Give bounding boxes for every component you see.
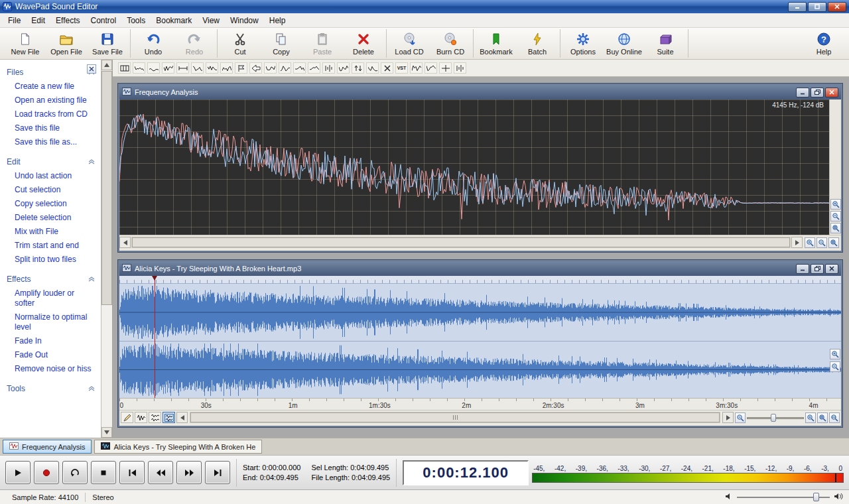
menu-item-window[interactable]: Window — [225, 14, 264, 27]
burn-cd-button[interactable]: Burn CD — [430, 29, 471, 58]
scrollbar-thumb[interactable] — [101, 71, 112, 305]
go-to-start-button[interactable] — [119, 461, 145, 484]
scroll-down-icon[interactable] — [101, 427, 112, 438]
scroll-left-icon[interactable] — [176, 412, 188, 423]
sidebar-item-mix-with-file[interactable]: Mix with File — [0, 225, 99, 239]
sidebar-item-amplify-louder-or-softer[interactable]: Amplify louder or softer — [0, 286, 99, 310]
zoom-slider[interactable] — [747, 413, 804, 422]
help-button[interactable]: ? Help — [803, 29, 844, 58]
wave-tool-icon[interactable] — [366, 62, 379, 74]
speaker-loud-icon[interactable] — [834, 493, 844, 501]
collapse-chevron-icon[interactable] — [88, 384, 95, 393]
wave-tool-icon[interactable] — [439, 62, 452, 74]
zoom-in-icon[interactable] — [830, 199, 841, 210]
wave-tool-icon[interactable] — [279, 62, 291, 74]
wave-tool-icon[interactable] — [454, 62, 466, 74]
stop-button[interactable] — [91, 461, 116, 484]
zoom-out-icon[interactable] — [816, 237, 827, 248]
menu-item-file[interactable]: File — [3, 14, 26, 27]
scroll-up-icon[interactable] — [101, 60, 112, 70]
sidebar-item-remove-noise-or-hiss[interactable]: Remove noise or hiss — [0, 362, 99, 376]
wave-tool-icon[interactable] — [206, 62, 218, 74]
wave-tool-icon[interactable] — [424, 62, 437, 74]
zoom-out-icon[interactable] — [830, 361, 840, 372]
waveform-ruler[interactable] — [119, 276, 841, 284]
child-minimize-button[interactable] — [796, 264, 809, 274]
sidebar-item-open-an-existing-file[interactable]: Open an existing file — [0, 94, 99, 107]
tab-alicia-keys-file[interactable]: Alicia Keys - Try Sleeping With A Broken… — [94, 440, 262, 454]
save-file-button[interactable]: Save File — [87, 29, 128, 58]
sidebar-section-effects[interactable]: Effects — [0, 267, 112, 286]
scrollbar-thumb[interactable] — [190, 412, 720, 422]
zoom-full-icon[interactable] — [828, 237, 839, 248]
menu-item-help[interactable]: Help — [264, 14, 291, 27]
collapse-chevron-icon[interactable] — [88, 275, 95, 284]
undo-button[interactable]: Undo — [133, 29, 174, 58]
sidebar-item-load-tracks-from-cd[interactable]: Load tracks from CD — [0, 107, 99, 121]
titlebar[interactable]: WavePad Sound Editor — [0, 0, 849, 13]
zoom-full-icon[interactable] — [830, 223, 841, 233]
wave-tool-icon[interactable] — [293, 62, 306, 74]
wave-tool-icon[interactable] — [308, 62, 320, 74]
slider-thumb[interactable] — [771, 414, 776, 422]
sidebar-section-edit[interactable]: Edit — [0, 149, 112, 169]
wave-tool-icon[interactable] — [191, 62, 204, 74]
draw-tool-icon[interactable] — [121, 412, 133, 423]
sidebar-item-normalize-to-optimal-level[interactable]: Normalize to optimal level — [0, 310, 99, 334]
menu-item-tools[interactable]: Tools — [121, 14, 151, 27]
wave-view-icon[interactable] — [135, 412, 147, 423]
child-minimize-button[interactable] — [796, 88, 809, 97]
suite-button[interactable]: Suite — [645, 29, 686, 58]
loop-button[interactable] — [62, 461, 88, 484]
sidebar-item-undo-last-action[interactable]: Undo last action — [0, 169, 99, 183]
maximize-button[interactable] — [808, 2, 826, 12]
child-restore-button[interactable] — [811, 264, 824, 274]
paste-button[interactable]: Paste — [302, 29, 343, 58]
sidebar-item-create-a-new-file[interactable]: Create a new file — [0, 80, 99, 94]
menu-item-view[interactable]: View — [197, 14, 225, 27]
sidebar-item-trim-start-and-end[interactable]: Trim start and end — [0, 239, 99, 253]
sidebar-item-delete-selection[interactable]: Delete selection — [0, 211, 99, 225]
wave-stereo-view-icon[interactable] — [163, 412, 175, 423]
scroll-right-icon[interactable] — [791, 237, 803, 248]
wave-tool-icon[interactable] — [337, 62, 350, 74]
buy-online-button[interactable]: Buy Online — [604, 29, 645, 58]
menu-item-control[interactable]: Control — [86, 14, 122, 27]
zoom-out-icon[interactable] — [735, 412, 746, 423]
sidebar-item-save-this-file-as[interactable]: Save this file as... — [0, 135, 99, 149]
wave-tool-icon[interactable] — [133, 62, 145, 74]
wave-tool-icon[interactable]: VST — [395, 62, 408, 74]
new-file-button[interactable]: New File — [5, 29, 46, 58]
volume-slider[interactable] — [737, 493, 830, 501]
zoom-selection-icon[interactable] — [817, 412, 828, 423]
wave-tool-icon[interactable] — [249, 62, 262, 74]
waveform-hscrollbar[interactable] — [190, 412, 720, 423]
menu-item-effects[interactable]: Effects — [50, 14, 85, 27]
child-restore-button[interactable] — [811, 88, 824, 97]
waveform-display[interactable] — [119, 284, 841, 398]
wave-tool-icon[interactable] — [264, 62, 277, 74]
wave-tool-icon[interactable] — [162, 62, 174, 74]
open-file-button[interactable]: Open File — [46, 29, 87, 58]
record-button[interactable] — [34, 461, 59, 484]
wave-tool-icon[interactable] — [235, 62, 247, 74]
sidebar-scrollbar[interactable] — [101, 60, 112, 438]
options-button[interactable]: Options — [562, 29, 604, 58]
go-to-end-button[interactable] — [205, 461, 230, 484]
speaker-quiet-icon[interactable] — [725, 493, 733, 501]
sidebar-item-cut-selection[interactable]: Cut selection — [0, 183, 99, 197]
playback-cursor[interactable] — [155, 276, 155, 398]
audio-window-titlebar[interactable]: Alicia Keys - Try Sleeping With A Broken… — [119, 261, 841, 276]
wave-tool-icon[interactable] — [220, 62, 233, 74]
zoom-out-icon[interactable] — [830, 211, 841, 221]
cut-button[interactable]: Cut — [220, 29, 261, 58]
waveform-left-channel[interactable] — [119, 284, 841, 341]
sidebar-item-fade-out[interactable]: Fade Out — [0, 348, 99, 362]
redo-button[interactable]: Redo — [174, 29, 215, 58]
zoom-in-icon[interactable] — [830, 349, 840, 359]
child-close-button[interactable] — [825, 264, 838, 274]
scrollbar-thumb[interactable] — [132, 237, 790, 247]
scroll-left-icon[interactable] — [119, 237, 131, 248]
scrollbar-track[interactable] — [131, 237, 791, 248]
zoom-full-icon[interactable] — [829, 412, 840, 423]
